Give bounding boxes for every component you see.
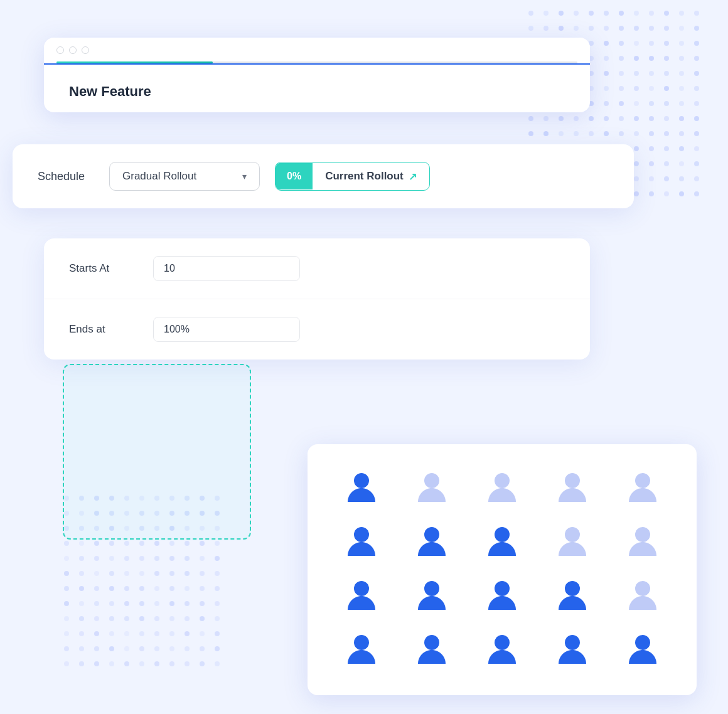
svg-point-142: [679, 176, 684, 181]
user-icon: [345, 523, 378, 562]
svg-point-94: [679, 116, 684, 121]
svg-point-281: [124, 661, 129, 666]
svg-point-54: [619, 71, 624, 76]
svg-point-221: [215, 571, 220, 576]
svg-point-58: [679, 71, 684, 76]
svg-point-128: [649, 161, 654, 166]
svg-point-31: [634, 41, 639, 46]
schedule-dropdown-value: Gradual Rollout: [122, 170, 196, 183]
svg-point-355: [424, 581, 439, 596]
svg-point-219: [185, 571, 190, 576]
svg-point-278: [79, 661, 84, 666]
rollout-button[interactable]: 0% Current Rollout ↗: [275, 162, 430, 191]
browser-top-bar: [44, 38, 590, 65]
svg-point-255: [64, 631, 69, 636]
svg-point-229: [169, 586, 174, 591]
browser-dot-2: [69, 46, 77, 54]
svg-point-83: [694, 101, 699, 106]
svg-point-237: [124, 601, 129, 606]
svg-point-69: [664, 86, 669, 91]
svg-point-271: [139, 646, 144, 651]
svg-point-143: [694, 176, 699, 181]
svg-point-211: [64, 571, 69, 576]
svg-point-251: [169, 616, 174, 621]
svg-point-131: [694, 161, 699, 166]
svg-point-361: [495, 635, 510, 650]
svg-point-225: [109, 586, 114, 591]
svg-point-235: [94, 601, 99, 606]
browser-dot-1: [56, 46, 64, 54]
svg-point-215: [124, 571, 129, 576]
svg-point-223: [79, 586, 84, 591]
svg-point-104: [649, 131, 654, 136]
svg-point-239: [154, 601, 159, 606]
svg-point-59: [694, 71, 699, 76]
user-icon: [556, 577, 589, 616]
svg-point-115: [634, 146, 639, 151]
svg-point-346: [495, 473, 510, 488]
svg-point-1: [543, 11, 549, 16]
svg-point-199: [215, 541, 220, 546]
svg-point-77: [604, 101, 609, 106]
svg-point-32: [649, 41, 654, 46]
svg-point-250: [154, 616, 159, 621]
user-icon: [486, 469, 518, 508]
svg-point-253: [200, 616, 205, 621]
svg-point-190: [79, 541, 84, 546]
svg-point-263: [185, 631, 190, 636]
svg-point-116: [649, 146, 654, 151]
svg-point-354: [354, 581, 369, 596]
svg-point-86: [559, 116, 564, 121]
svg-point-155: [694, 191, 699, 196]
rollout-percent: 0%: [276, 163, 313, 189]
svg-point-19: [634, 26, 639, 31]
svg-point-105: [664, 131, 669, 136]
svg-point-7: [634, 11, 639, 16]
svg-point-17: [604, 26, 609, 31]
svg-point-99: [574, 131, 579, 136]
svg-point-277: [64, 661, 69, 666]
svg-point-257: [94, 631, 99, 636]
svg-point-3: [574, 11, 579, 16]
svg-point-18: [619, 26, 624, 31]
svg-point-351: [495, 527, 510, 542]
svg-point-66: [619, 86, 624, 91]
starts-at-label: Starts At: [69, 262, 138, 275]
svg-point-30: [619, 41, 624, 46]
svg-point-248: [124, 616, 129, 621]
svg-point-2: [559, 11, 564, 16]
svg-point-130: [679, 161, 684, 166]
svg-point-270: [124, 646, 129, 651]
svg-point-194: [139, 541, 144, 546]
svg-point-29: [604, 41, 609, 46]
svg-point-284: [169, 661, 174, 666]
svg-point-195: [154, 541, 159, 546]
svg-point-265: [215, 631, 220, 636]
schedule-dropdown[interactable]: Gradual Rollout ▾: [109, 162, 260, 191]
schedule-card: Schedule Gradual Rollout ▾ 0% Current Ro…: [13, 144, 634, 208]
form-card: Starts At Ends at: [44, 238, 590, 360]
svg-point-16: [589, 26, 594, 31]
svg-point-222: [64, 586, 69, 591]
svg-point-266: [64, 646, 69, 651]
svg-point-203: [109, 556, 114, 561]
svg-point-46: [679, 56, 684, 61]
svg-point-100: [589, 131, 594, 136]
svg-point-81: [664, 101, 669, 106]
svg-point-11: [694, 11, 699, 16]
svg-point-15: [574, 26, 579, 31]
browser-dots: [56, 46, 577, 54]
browser-window: New Feature: [44, 38, 590, 112]
ends-at-input[interactable]: [153, 317, 300, 342]
svg-point-206: [154, 556, 159, 561]
user-icon: [486, 523, 518, 562]
svg-point-227: [139, 586, 144, 591]
svg-point-118: [679, 146, 684, 151]
svg-point-57: [664, 71, 669, 76]
starts-at-input[interactable]: [153, 256, 300, 281]
svg-point-33: [664, 41, 669, 46]
svg-point-233: [64, 601, 69, 606]
svg-point-198: [200, 541, 205, 546]
svg-point-228: [154, 586, 159, 591]
svg-point-53: [604, 71, 609, 76]
